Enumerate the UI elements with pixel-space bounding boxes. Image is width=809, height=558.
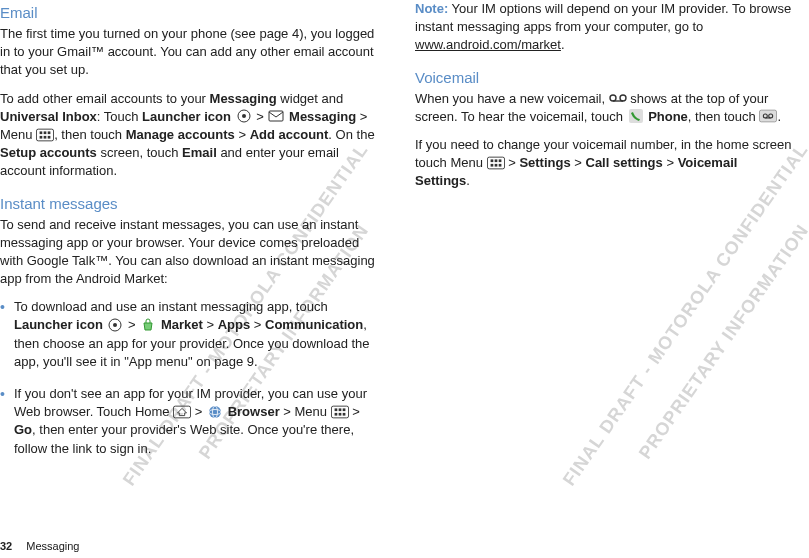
- menu-icon: [36, 128, 54, 142]
- svg-point-1: [242, 114, 246, 118]
- market-icon: [139, 318, 157, 332]
- phone-icon: [627, 109, 645, 123]
- svg-rect-33: [494, 159, 497, 162]
- svg-point-24: [620, 95, 626, 101]
- email-para-2: To add other email accounts to your Mess…: [0, 90, 380, 181]
- svg-rect-6: [48, 131, 51, 134]
- page-number: 32: [0, 540, 12, 552]
- heading-instant-messages: Instant messages: [0, 195, 380, 212]
- messaging-icon: [267, 109, 285, 123]
- svg-rect-3: [37, 129, 54, 141]
- svg-rect-37: [498, 164, 501, 167]
- svg-rect-19: [342, 408, 345, 411]
- svg-rect-2: [269, 111, 283, 121]
- svg-rect-35: [490, 164, 493, 167]
- menu-icon: [487, 156, 505, 170]
- svg-point-13: [209, 406, 221, 418]
- menu-icon: [331, 405, 349, 419]
- svg-rect-27: [760, 110, 777, 122]
- svg-rect-26: [629, 109, 643, 123]
- im-bullet-browser: If you don't see an app for your IM prov…: [0, 385, 380, 458]
- heading-email: Email: [0, 4, 380, 21]
- voicemail-para-1: When you have a new voicemail, shows at …: [415, 90, 795, 126]
- svg-rect-34: [498, 159, 501, 162]
- svg-rect-21: [338, 413, 341, 416]
- browser-icon: [206, 405, 224, 419]
- svg-rect-9: [48, 135, 51, 138]
- svg-rect-36: [494, 164, 497, 167]
- svg-rect-5: [44, 131, 47, 134]
- market-link[interactable]: www.android.com/market: [415, 37, 561, 52]
- svg-rect-4: [40, 131, 43, 134]
- im-bullet-download: To download and use an instant messaging…: [0, 298, 380, 371]
- svg-rect-22: [342, 413, 345, 416]
- launcher-icon: [235, 109, 253, 123]
- voicemail-key-icon: [759, 109, 777, 123]
- svg-rect-16: [331, 406, 348, 418]
- svg-rect-20: [334, 413, 337, 416]
- svg-rect-31: [487, 157, 504, 169]
- svg-rect-17: [334, 408, 337, 411]
- svg-point-11: [113, 323, 117, 327]
- im-para-1: To send and receive instant messages, yo…: [0, 216, 380, 289]
- svg-rect-8: [44, 135, 47, 138]
- email-para-1: The first time you turned on your phone …: [0, 25, 380, 80]
- svg-rect-32: [490, 159, 493, 162]
- footer-label: Messaging: [26, 540, 79, 552]
- voicemail-icon: [609, 91, 627, 105]
- heading-voicemail: Voicemail: [415, 69, 795, 86]
- page-footer: 32Messaging: [0, 540, 79, 552]
- voicemail-para-2: If you need to change your voicemail num…: [415, 136, 795, 191]
- svg-rect-18: [338, 408, 341, 411]
- launcher-icon: [106, 318, 124, 332]
- svg-rect-7: [40, 135, 43, 138]
- home-icon: [173, 405, 191, 419]
- svg-point-23: [610, 95, 616, 101]
- im-note: Note: Your IM options will depend on you…: [415, 0, 795, 55]
